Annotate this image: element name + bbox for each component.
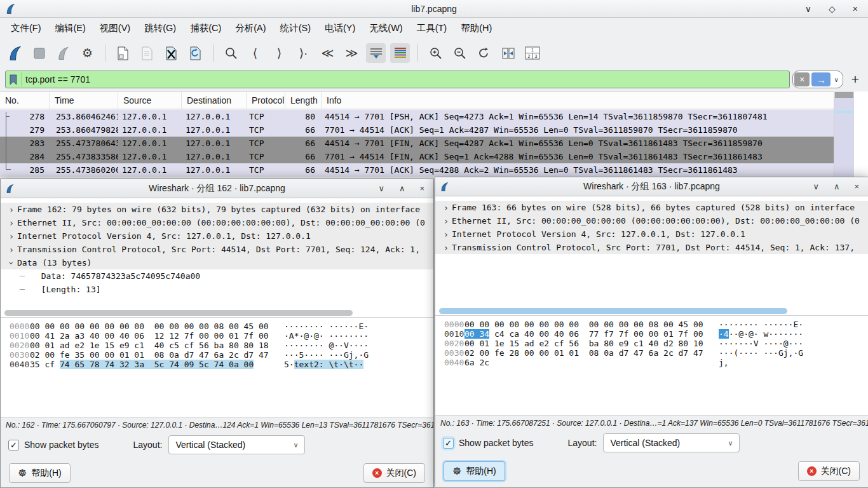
tree-row[interactable]: ›Data (13 bytes): [1, 256, 433, 269]
tree-row[interactable]: ›Ethernet II, Src: 00:00:00_00:00:00 (00…: [435, 214, 868, 227]
scrollbar-thumb[interactable]: [835, 92, 853, 98]
intelligent-scrollbar[interactable]: [834, 92, 854, 179]
expander-icon[interactable]: ›: [6, 231, 17, 241]
dialog-titlebar[interactable]: Wireshark · 分组 162 · lib7.pcapng ∨ ∧ ×: [1, 179, 433, 198]
tree-row[interactable]: [Length: 13]: [1, 283, 433, 296]
hex-dump[interactable]: 0000 00 00 00 00 00 00 00 00 00 00 00 00…: [1, 318, 433, 417]
close-icon[interactable]: ×: [853, 4, 858, 14]
hex-bytes[interactable]: 6a 2c: [465, 358, 719, 367]
restart-capture-icon[interactable]: [53, 43, 73, 63]
hex-bytes[interactable]: 00 00 00 00 00 00 00 00 00 00 00 00 08 0…: [465, 320, 719, 329]
expander-icon[interactable]: ›: [6, 245, 17, 255]
menu-item[interactable]: 帮助(H): [454, 18, 499, 39]
close-button[interactable]: × 关闭(C): [798, 461, 860, 481]
display-filter-input[interactable]: tcp.port == 7701: [5, 71, 790, 88]
column-header[interactable]: Length: [285, 92, 322, 109]
zoom-in-icon[interactable]: [426, 43, 445, 63]
menu-item[interactable]: 无线(W): [362, 18, 409, 39]
expander-icon[interactable]: ›: [440, 243, 452, 253]
tree-row[interactable]: ›Frame 162: 79 bytes on wire (632 bits),…: [1, 203, 433, 216]
column-header[interactable]: Destination: [182, 92, 247, 109]
filter-apply-icon[interactable]: →: [811, 72, 831, 86]
expander-icon[interactable]: ›: [440, 216, 452, 226]
hex-row[interactable]: 0040 6a 2c j,: [435, 358, 868, 367]
table-row[interactable]: 278 253.860462461 127.0.0.1 127.0.0.1 TC…: [0, 110, 834, 123]
dialog-titlebar[interactable]: Wireshark · 分组 163 · lib7.pcapng ∨ ∧ ×: [435, 177, 868, 196]
expander-icon[interactable]: ›: [6, 205, 17, 215]
tree-row[interactable]: ›Transmission Control Protocol, Src Port…: [1, 243, 433, 256]
zoom-reset-icon[interactable]: [474, 43, 494, 63]
close-button[interactable]: × 关闭(C): [363, 463, 425, 483]
close-file-icon[interactable]: [161, 43, 181, 63]
hex-ascii[interactable]: ···5···· ···Gj,·G: [284, 350, 369, 360]
menu-item[interactable]: 电话(Y): [318, 18, 362, 39]
first-packet-icon[interactable]: ≪: [318, 43, 337, 63]
hex-bytes[interactable]: 02 00 fe 35 00 00 01 01 08 0a d7 47 6a 2…: [30, 350, 284, 360]
menu-item[interactable]: 分析(A): [228, 18, 273, 39]
horizontal-scrollbar[interactable]: [439, 308, 787, 314]
tree-row[interactable]: ›Ethernet II, Src: 00:00:00_00:00:00 (00…: [1, 216, 433, 229]
capture-options-icon[interactable]: ⚙: [78, 43, 97, 63]
menu-item[interactable]: 编辑(E): [48, 18, 93, 39]
hex-ascii[interactable]: ·······V ····@···: [719, 339, 803, 348]
hex-bytes[interactable]: 00 41 2a a3 40 00 40 06 12 12 7f 00 00 0…: [30, 331, 284, 341]
last-packet-icon[interactable]: ≫: [342, 43, 362, 63]
save-file-icon[interactable]: [137, 43, 157, 63]
hex-ascii[interactable]: ·4··@·@· w·······: [719, 329, 803, 339]
hex-ascii[interactable]: ·A*·@·@· ········: [284, 331, 369, 341]
open-file-icon[interactable]: [113, 43, 133, 63]
tree-row[interactable]: ›Internet Protocol Version 4, Src: 127.0…: [1, 229, 433, 243]
hex-bytes[interactable]: 00 01 ad e2 1e 15 e9 c1 40 c5 cf 56 ba 8…: [30, 341, 284, 350]
menu-item[interactable]: 统计(S): [273, 18, 318, 39]
stop-capture-icon[interactable]: [29, 43, 49, 63]
tree-row[interactable]: ›Internet Protocol Version 4, Src: 127.0…: [435, 227, 868, 241]
add-filter-button-icon[interactable]: +: [849, 72, 862, 87]
expander-icon[interactable]: ›: [440, 203, 452, 213]
main-titlebar[interactable]: lib7.pcapng ∨ ◇ ×: [0, 0, 868, 18]
menu-item[interactable]: 视图(V): [93, 18, 137, 39]
hex-row[interactable]: 0010 00 41 2a a3 40 00 40 06 12 12 7f 00…: [1, 331, 433, 341]
hex-ascii[interactable]: j,: [719, 358, 729, 367]
hex-ascii[interactable]: 5·text2: \t·\t··: [284, 360, 363, 369]
hex-row[interactable]: 0020 00 01 ad e2 1e 15 e9 c1 40 c5 cf 56…: [1, 341, 433, 350]
tree-row[interactable]: ›Transmission Control Protocol, Src Port…: [435, 241, 868, 254]
column-header[interactable]: Protocol: [247, 92, 285, 109]
column-header[interactable]: Source: [118, 92, 182, 109]
table-row[interactable]: 279 253.860479828 127.0.0.1 127.0.0.1 TC…: [0, 123, 834, 137]
filter-bookmark-icon[interactable]: [10, 72, 22, 86]
layout-icon[interactable]: 123: [522, 43, 542, 63]
tree-row[interactable]: ›Frame 163: 66 bytes on wire (528 bits),…: [435, 201, 868, 214]
start-capture-icon[interactable]: [5, 43, 25, 63]
hex-bytes[interactable]: 35 cf 74 65 78 74 32 3a 5c 74 09 5c 74 0…: [30, 360, 284, 369]
hex-row[interactable]: 0020 00 01 1e 15 ad e2 cf 56 ba 80 e9 c1…: [435, 339, 868, 348]
zoom-out-icon[interactable]: [450, 43, 470, 63]
maximize-icon[interactable]: ◇: [829, 4, 836, 14]
hex-row[interactable]: 0000 00 00 00 00 00 00 00 00 00 00 00 00…: [1, 322, 433, 331]
tree-row[interactable]: Data: 74657874323a5c74095c740a00: [1, 269, 433, 283]
filter-expression[interactable]: tcp.port == 7701: [25, 74, 90, 85]
close-icon[interactable]: ×: [854, 182, 859, 191]
hex-row[interactable]: 0010 00 34 c4 ca 40 00 40 06 77 f7 7f 00…: [435, 329, 868, 339]
maximize-icon[interactable]: ∧: [399, 184, 405, 193]
filter-dropdown-icon[interactable]: ∨: [832, 76, 839, 83]
hex-dump[interactable]: 0000 00 00 00 00 00 00 00 00 00 00 00 00…: [435, 316, 868, 416]
find-packet-icon[interactable]: [221, 43, 241, 63]
menu-item[interactable]: 跳转(G): [137, 18, 183, 39]
filter-clear-icon[interactable]: ×: [794, 72, 810, 86]
help-button[interactable]: ☸ 帮助(H): [444, 461, 505, 481]
hex-bytes[interactable]: 00 00 00 00 00 00 00 00 00 00 00 00 08 0…: [30, 322, 284, 331]
help-button[interactable]: ☸ 帮助(H): [9, 463, 71, 483]
hex-row[interactable]: 0040 35 cf 74 65 78 74 32 3a 5c 74 09 5c…: [1, 360, 433, 369]
menu-item[interactable]: 工具(T): [410, 18, 454, 39]
menu-item[interactable]: 捕获(C): [183, 18, 228, 39]
minimize-icon[interactable]: ∨: [805, 4, 811, 14]
expander-icon[interactable]: ›: [6, 218, 17, 228]
hex-row[interactable]: 0030 02 00 fe 28 00 00 01 01 08 0a d7 47…: [435, 348, 868, 358]
layout-select[interactable]: Vertical (Stacked) ∨: [603, 433, 740, 452]
table-row[interactable]: 285 255.473860200 127.0.0.1 127.0.0.1 TC…: [0, 163, 834, 177]
table-row[interactable]: 283 255.473780643 127.0.0.1 127.0.0.1 TC…: [0, 137, 834, 150]
menu-item[interactable]: 文件(F): [4, 18, 48, 39]
hex-row[interactable]: 0030 02 00 fe 35 00 00 01 01 08 0a d7 47…: [1, 350, 433, 360]
minimize-icon[interactable]: ∨: [813, 182, 819, 191]
hex-bytes[interactable]: 02 00 fe 28 00 00 01 01 08 0a d7 47 6a 2…: [465, 348, 719, 358]
